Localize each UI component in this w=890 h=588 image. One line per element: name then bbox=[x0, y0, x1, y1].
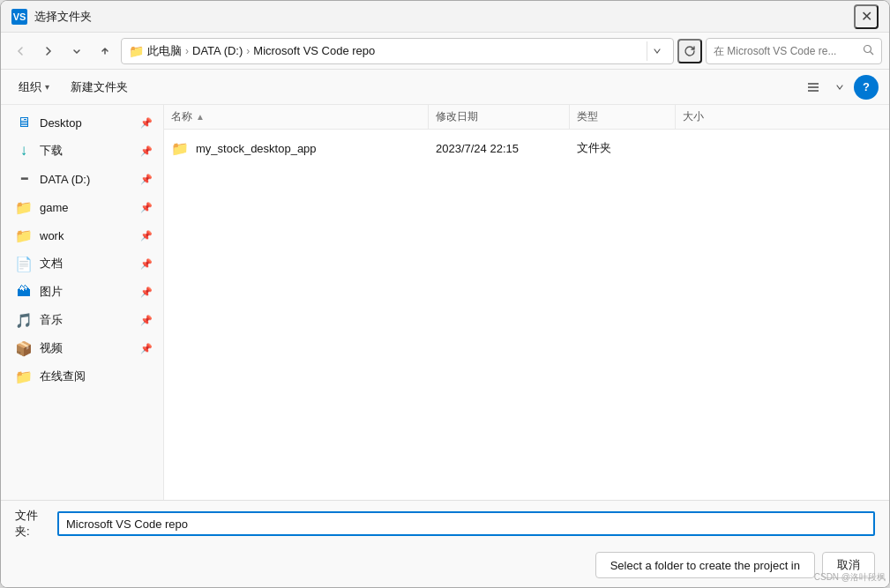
sidebar-label-data-d: DATA (D:) bbox=[40, 173, 133, 186]
forward-button[interactable] bbox=[36, 39, 61, 63]
file-date-cell: 2023/7/24 22:15 bbox=[429, 142, 570, 155]
dialog-window: VS 选择文件夹 ✕ 📁 此电脑 › DATA (D:) › Microsoft… bbox=[0, 0, 890, 588]
address-parts: 此电脑 › DATA (D:) › Microsoft VS Code repo bbox=[147, 43, 643, 59]
pin-icon-game: 📌 bbox=[140, 202, 153, 213]
file-name-cell: 📁 my_stock_desktop_app bbox=[164, 140, 429, 157]
button-row: Select a folder to create the project in… bbox=[1, 547, 889, 587]
sidebar-label-music: 音乐 bbox=[40, 312, 133, 328]
select-folder-button[interactable]: Select a folder to create the project in bbox=[595, 552, 815, 578]
file-type-cell: 文件夹 bbox=[570, 140, 676, 156]
title-bar: VS 选择文件夹 ✕ bbox=[1, 1, 889, 33]
sidebar-label-pictures: 图片 bbox=[40, 284, 133, 300]
pin-icon-desktop: 📌 bbox=[140, 117, 153, 129]
svg-line-3 bbox=[871, 51, 874, 55]
downloads-icon: ↓ bbox=[15, 142, 33, 160]
sidebar-label-game: game bbox=[40, 201, 133, 214]
docs-icon: 📄 bbox=[15, 256, 33, 272]
address-part-1: DATA (D:) bbox=[192, 44, 243, 57]
close-button[interactable]: ✕ bbox=[854, 4, 879, 29]
file-area: 名称 ▲ 修改日期 类型 大小 📁 my_stock_des bbox=[164, 105, 889, 500]
sidebar-item-work[interactable]: 📁 work 📌 bbox=[1, 221, 163, 249]
sidebar-item-downloads[interactable]: ↓ 下载 📌 bbox=[1, 137, 163, 165]
search-box[interactable] bbox=[706, 38, 882, 64]
online-folder-icon: 📁 bbox=[15, 368, 33, 385]
new-folder-button[interactable]: 新建文件夹 bbox=[64, 76, 135, 99]
address-bar[interactable]: 📁 此电脑 › DATA (D:) › Microsoft VS Code re… bbox=[121, 38, 674, 64]
pin-icon-downloads: 📌 bbox=[140, 145, 153, 157]
sidebar-item-music[interactable]: 🎵 音乐 📌 bbox=[1, 306, 163, 334]
sidebar-wrapper: 🖥 Desktop 📌 ↓ 下载 📌 ━ DATA (D:) 📌 📁 game bbox=[1, 105, 164, 500]
sidebar-item-docs[interactable]: 📄 文档 📌 bbox=[1, 249, 163, 278]
view-dropdown-button[interactable] bbox=[827, 75, 852, 100]
toolbar: 📁 此电脑 › DATA (D:) › Microsoft VS Code re… bbox=[1, 33, 889, 70]
sidebar-item-game[interactable]: 📁 game 📌 bbox=[1, 193, 163, 221]
organize-button[interactable]: 组织 ▾ bbox=[11, 76, 56, 99]
sidebar-label-work: work bbox=[40, 229, 133, 242]
pictures-icon: 🏔 bbox=[15, 284, 33, 300]
svg-point-2 bbox=[864, 45, 871, 52]
address-sep-1: › bbox=[246, 45, 250, 57]
address-part-0: 此电脑 bbox=[147, 43, 182, 59]
address-part-2: Microsoft VS Code repo bbox=[253, 44, 375, 57]
title-bar-icon: VS bbox=[11, 9, 27, 25]
file-name-label: my_stock_desktop_app bbox=[196, 142, 317, 155]
address-dropdown-button[interactable] bbox=[647, 41, 666, 61]
organize-label: 组织 bbox=[19, 79, 41, 95]
view-controls: ? bbox=[801, 75, 879, 100]
pin-icon-video: 📌 bbox=[140, 343, 153, 354]
desktop-icon: 🖥 bbox=[15, 115, 33, 130]
pin-icon-docs: 📌 bbox=[140, 258, 153, 270]
col-header-name[interactable]: 名称 ▲ bbox=[164, 105, 429, 129]
file-list: 📁 my_stock_desktop_app 2023/7/24 22:15 文… bbox=[164, 130, 889, 500]
pin-icon-data-d: 📌 bbox=[140, 174, 153, 185]
address-sep-0: › bbox=[185, 45, 189, 57]
back-button[interactable] bbox=[8, 39, 33, 63]
search-icon[interactable] bbox=[863, 44, 874, 58]
col-header-date[interactable]: 修改日期 bbox=[429, 105, 570, 129]
sidebar: 🖥 Desktop 📌 ↓ 下载 📌 ━ DATA (D:) 📌 📁 game bbox=[1, 105, 164, 500]
refresh-button[interactable] bbox=[677, 39, 702, 63]
filename-input[interactable] bbox=[57, 511, 875, 536]
sidebar-item-video[interactable]: 📦 视频 📌 bbox=[1, 334, 163, 362]
sort-arrow-icon: ▲ bbox=[196, 112, 205, 122]
action-bar: 组织 ▾ 新建文件夹 ? bbox=[1, 70, 889, 105]
file-header: 名称 ▲ 修改日期 类型 大小 bbox=[164, 105, 889, 130]
filename-label: 文件夹: bbox=[15, 508, 50, 540]
help-button[interactable]: ? bbox=[854, 75, 879, 100]
dialog-title: 选择文件夹 bbox=[34, 9, 854, 25]
pin-icon-work: 📌 bbox=[140, 230, 153, 242]
main-content: 🖥 Desktop 📌 ↓ 下载 📌 ━ DATA (D:) 📌 📁 game bbox=[1, 105, 889, 500]
music-icon: 🎵 bbox=[15, 312, 33, 329]
sidebar-label-online: 在线查阅 bbox=[40, 368, 153, 384]
pin-icon-pictures: 📌 bbox=[140, 287, 153, 298]
watermark: CSDN @洛叶段枫 bbox=[814, 571, 886, 584]
sidebar-label-docs: 文档 bbox=[40, 256, 133, 272]
view-options-button[interactable] bbox=[801, 75, 826, 100]
sidebar-label-downloads: 下载 bbox=[40, 143, 133, 159]
sidebar-label-video: 视频 bbox=[40, 340, 133, 356]
sidebar-item-pictures[interactable]: 🏔 图片 📌 bbox=[1, 278, 163, 306]
filename-row: 文件夹: bbox=[1, 501, 889, 547]
bottom-bar: 文件夹: Select a folder to create the proje… bbox=[1, 500, 889, 587]
col-header-size[interactable]: 大小 bbox=[676, 105, 889, 129]
video-icon: 📦 bbox=[15, 340, 33, 357]
up-button[interactable] bbox=[93, 39, 117, 63]
sidebar-label-desktop: Desktop bbox=[40, 116, 133, 130]
search-input[interactable] bbox=[714, 45, 859, 57]
address-folder-icon: 📁 bbox=[129, 44, 144, 58]
folder-icon: 📁 bbox=[171, 140, 189, 157]
sidebar-item-desktop[interactable]: 🖥 Desktop 📌 bbox=[1, 108, 163, 137]
game-folder-icon: 📁 bbox=[15, 199, 33, 216]
table-row[interactable]: 📁 my_stock_desktop_app 2023/7/24 22:15 文… bbox=[164, 133, 889, 163]
new-folder-label: 新建文件夹 bbox=[71, 79, 128, 95]
organize-arrow-icon: ▾ bbox=[45, 82, 49, 92]
sidebar-item-data-d[interactable]: ━ DATA (D:) 📌 bbox=[1, 165, 163, 193]
svg-text:VS: VS bbox=[13, 11, 26, 22]
col-header-type[interactable]: 类型 bbox=[570, 105, 676, 129]
dropdown-button[interactable] bbox=[64, 39, 89, 63]
sidebar-item-online[interactable]: 📁 在线查阅 bbox=[1, 362, 163, 391]
work-folder-icon: 📁 bbox=[15, 227, 33, 244]
pin-icon-music: 📌 bbox=[140, 315, 153, 326]
data-d-icon: ━ bbox=[15, 173, 33, 185]
